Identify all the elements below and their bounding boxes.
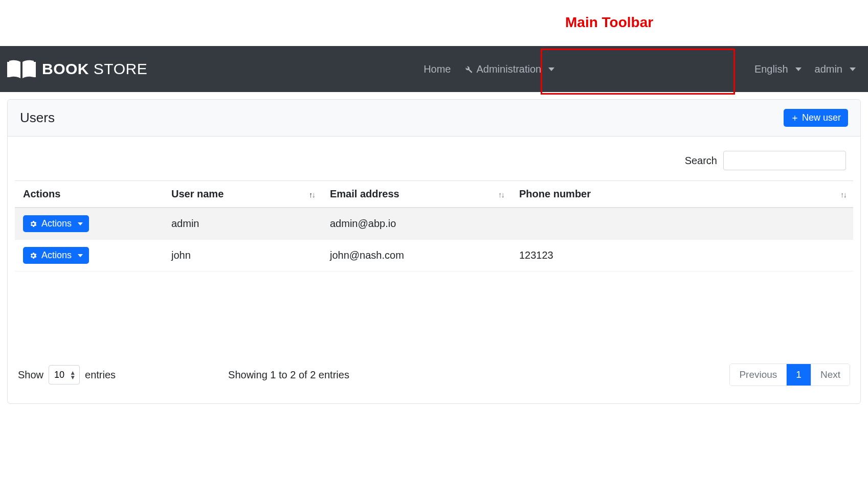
row-actions-button[interactable]: Actions <box>23 215 89 232</box>
users-table: Actions User name ↑↓ Email address ↑↓ Ph… <box>15 180 853 271</box>
show-label-prefix: Show <box>18 369 43 381</box>
gear-icon <box>29 220 37 228</box>
page-size-select[interactable]: 10 <box>49 365 80 384</box>
new-user-button[interactable]: New user <box>784 109 848 127</box>
sort-icon: ↑↓ <box>840 190 846 198</box>
table-info: Showing 1 to 2 of 2 entries <box>228 369 349 381</box>
col-phone[interactable]: Phone number ↑↓ <box>511 181 853 208</box>
svg-rect-1 <box>34 62 36 77</box>
cell-email: john@nash.com <box>322 240 511 271</box>
col-username[interactable]: User name ↑↓ <box>163 181 322 208</box>
card-header: Users New user <box>8 100 860 137</box>
users-card: Users New user Search Actions <box>7 99 861 404</box>
plus-icon <box>791 114 799 122</box>
wrench-icon <box>463 64 473 74</box>
table-row: Actions admin admin@abp.io <box>15 208 853 240</box>
brand-bold: BOOK <box>42 60 89 77</box>
caret-down-icon <box>78 254 83 257</box>
caret-down-icon <box>78 222 83 225</box>
col-email[interactable]: Email address ↑↓ <box>322 181 511 208</box>
cell-phone: 123123 <box>511 240 853 271</box>
nav-home[interactable]: Home <box>424 63 451 75</box>
col-actions: Actions <box>15 181 163 208</box>
pagination: Previous 1 Next <box>729 364 850 386</box>
search-label: Search <box>685 155 717 167</box>
pagination-page-1[interactable]: 1 <box>787 364 811 385</box>
page-title: Users <box>20 110 55 126</box>
new-user-label: New user <box>802 112 841 123</box>
caret-down-icon <box>548 67 554 71</box>
table-row: Actions john john@nash.com 123123 <box>15 240 853 271</box>
cell-username: admin <box>163 208 322 240</box>
brand-light: STORE <box>89 60 147 77</box>
cell-phone <box>511 208 853 240</box>
nav-administration[interactable]: Administration <box>463 63 555 75</box>
user-dropdown[interactable]: admin <box>815 63 856 75</box>
annotation-main-toolbar-label: Main Toolbar <box>565 14 653 31</box>
search-input[interactable] <box>723 151 846 170</box>
brand-text: BOOK STORE <box>42 60 147 78</box>
top-navbar: BOOK STORE Home Administration English a… <box>0 46 868 92</box>
nav-administration-label: Administration <box>477 63 542 75</box>
user-label: admin <box>815 63 842 75</box>
caret-down-icon <box>850 67 856 71</box>
cell-email: admin@abp.io <box>322 208 511 240</box>
language-label: English <box>754 63 788 75</box>
cell-username: john <box>163 240 322 271</box>
pagination-previous[interactable]: Previous <box>730 364 787 385</box>
row-actions-label: Actions <box>41 218 72 229</box>
row-actions-button[interactable]: Actions <box>23 247 89 264</box>
gear-icon <box>29 252 37 260</box>
language-dropdown[interactable]: English <box>754 63 802 75</box>
caret-down-icon <box>795 67 802 71</box>
pagination-next[interactable]: Next <box>811 364 850 385</box>
sort-icon: ↑↓ <box>309 190 315 198</box>
show-label-suffix: entries <box>85 369 116 381</box>
sort-icon: ↑↓ <box>498 190 504 198</box>
svg-rect-0 <box>7 62 9 77</box>
brand[interactable]: BOOK STORE <box>7 58 147 80</box>
book-icon <box>7 58 36 80</box>
row-actions-label: Actions <box>41 250 72 261</box>
